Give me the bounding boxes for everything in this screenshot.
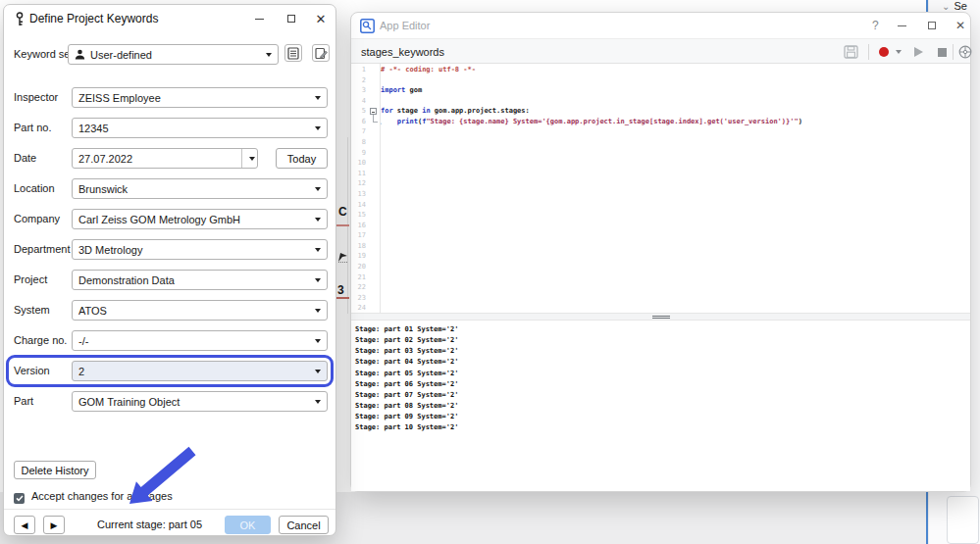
chevron-down-icon: ⌄ — [942, 1, 950, 12]
code-line-21: 21 — [351, 273, 970, 284]
field-combo-date[interactable]: 27.07.2022 — [72, 148, 258, 169]
right-triangle-icon: ▶ — [51, 520, 58, 530]
minimize-icon — [898, 25, 906, 26]
editor-minimize-button[interactable] — [894, 18, 909, 33]
close-button[interactable]: ✕ — [313, 11, 329, 26]
combo-arrow-icon — [315, 309, 321, 313]
code-text: for stage in gom.app.project.stages: — [381, 107, 530, 115]
combo-arrow-box[interactable] — [241, 149, 257, 168]
save-button[interactable] — [842, 43, 859, 61]
field-value-inspector: ZEISS Employee — [78, 92, 311, 104]
previous-stage-button[interactable]: ◀ — [14, 516, 35, 534]
background-text-fragment-3: 3 — [337, 283, 344, 297]
field-combo-charge-no[interactable]: -/- — [72, 330, 328, 351]
help-button[interactable]: ? — [872, 19, 879, 32]
code-line-3: 3import gom — [351, 86, 970, 97]
keyword-list-button[interactable] — [284, 44, 302, 62]
background-panel-fragment — [947, 496, 979, 544]
editor-titlebar[interactable]: App Editor ? ✕ — [351, 13, 970, 38]
field-combo-part-no[interactable]: 12345 — [72, 118, 328, 138]
field-label-charge-no: Charge no. — [14, 330, 67, 351]
code-line-23: 23 — [351, 294, 970, 305]
dialog-titlebar[interactable]: Define Project Keywords ✕ — [4, 5, 335, 32]
maximize-button[interactable] — [284, 11, 299, 26]
panel-splitter[interactable] — [351, 313, 970, 321]
field-combo-project[interactable]: Demonstration Data — [72, 270, 328, 290]
dialog-footer-divider — [4, 509, 335, 510]
dialog-title: Define Project Keywords — [29, 12, 158, 25]
toolbar-separator — [953, 44, 954, 60]
left-triangle-icon: ◀ — [22, 520, 28, 530]
field-value-company: Carl Zeiss GOM Metrology GmbH — [78, 214, 311, 225]
field-combo-system[interactable]: ATOS — [72, 300, 328, 321]
code-line-19: 19 — [351, 252, 970, 263]
line-number: 19 — [351, 252, 366, 260]
current-stage-label: Current stage: part 05 — [97, 516, 202, 534]
line-number: 6 — [351, 118, 366, 125]
code-line-4: 4 — [351, 97, 970, 108]
record-button[interactable] — [877, 43, 891, 61]
field-combo-inspector[interactable]: ZEISS Employee — [72, 87, 328, 108]
wheel-icon — [958, 45, 972, 59]
code-text: print(f"Stage: {stage.name} System='{gom… — [381, 118, 802, 125]
maximize-icon — [928, 22, 936, 29]
field-label-location: Location — [14, 178, 55, 199]
tab-stages-keywords[interactable]: stages_keywords — [361, 39, 444, 65]
background-icon-fragment — [337, 252, 348, 263]
field-label-department: Department — [14, 239, 70, 260]
field-combo-part[interactable]: GOM Training Object — [72, 391, 328, 412]
combo-arrow-icon — [315, 126, 321, 130]
code-text: import gom — [381, 86, 422, 94]
field-value-system: ATOS — [78, 305, 311, 317]
background-text-fragment-c: C — [338, 205, 347, 219]
code-line-7: 7 — [351, 127, 970, 138]
code-line-17: 17 — [351, 231, 970, 242]
minimize-button[interactable] — [251, 11, 267, 26]
editor-title: App Editor — [380, 20, 430, 31]
stop-button[interactable] — [935, 43, 949, 61]
splitter-handle-icon — [652, 316, 670, 319]
combo-arrow-icon — [315, 218, 321, 222]
field-combo-location[interactable]: Brunswick — [72, 178, 328, 199]
next-stage-button[interactable]: ▶ — [43, 516, 65, 534]
output-line: Stage: part 05 System='2' — [355, 370, 458, 377]
code-line-5: 5for stage in gom.app.project.stages: — [351, 107, 970, 118]
line-number: 2 — [351, 76, 366, 84]
code-editor[interactable]: 1# -*- coding: utf-8 -*-23import gom45fo… — [351, 64, 970, 313]
run-button[interactable] — [911, 43, 925, 61]
code-line-13: 13 — [351, 190, 970, 201]
combo-arrow-icon — [315, 187, 321, 191]
line-number: 20 — [351, 263, 366, 271]
field-combo-version[interactable]: 2 — [72, 361, 328, 381]
line-number: 5 — [351, 107, 366, 115]
line-number: 3 — [351, 86, 366, 94]
script-output-console[interactable]: Stage: part 01 System='2'Stage: part 02 … — [351, 321, 970, 491]
cancel-button[interactable]: Cancel — [279, 516, 329, 534]
app-editor-window: App Editor ? ✕ stages_keywords 1# -*- co… — [350, 12, 971, 492]
code-line-14: 14 — [351, 201, 970, 212]
field-combo-company[interactable]: Carl Zeiss GOM Metrology GmbH — [72, 209, 328, 229]
output-line: Stage: part 02 System='2' — [355, 336, 458, 344]
fold-end-icon: › — [369, 118, 380, 128]
key-icon — [14, 12, 26, 26]
wheel-button[interactable] — [957, 43, 973, 61]
ok-button[interactable]: OK — [225, 516, 271, 534]
editor-close-button[interactable]: ✕ — [953, 18, 968, 33]
field-label-date: Date — [14, 148, 36, 169]
app-editor-icon — [360, 19, 375, 33]
keyword-set-combo[interactable]: User-defined — [68, 44, 279, 65]
field-combo-department[interactable]: 3D Metrology — [72, 239, 328, 260]
edit-keywords-button[interactable] — [312, 44, 330, 62]
code-line-24: 24 — [351, 304, 970, 313]
output-line: Stage: part 06 System='2' — [355, 380, 458, 388]
arrow-annotation — [122, 445, 200, 510]
code-text: # -*- coding: utf-8 -*- — [381, 66, 476, 74]
delete-history-button[interactable]: Delete History — [14, 461, 96, 479]
code-line-10: 10 — [351, 159, 970, 170]
accept-changes-checkbox[interactable] — [14, 493, 25, 504]
editor-maximize-button[interactable] — [924, 18, 940, 33]
code-line-15: 15 — [351, 211, 970, 222]
gutter-divider — [380, 64, 381, 313]
today-button[interactable]: Today — [276, 148, 328, 169]
record-options-button[interactable] — [893, 43, 904, 61]
